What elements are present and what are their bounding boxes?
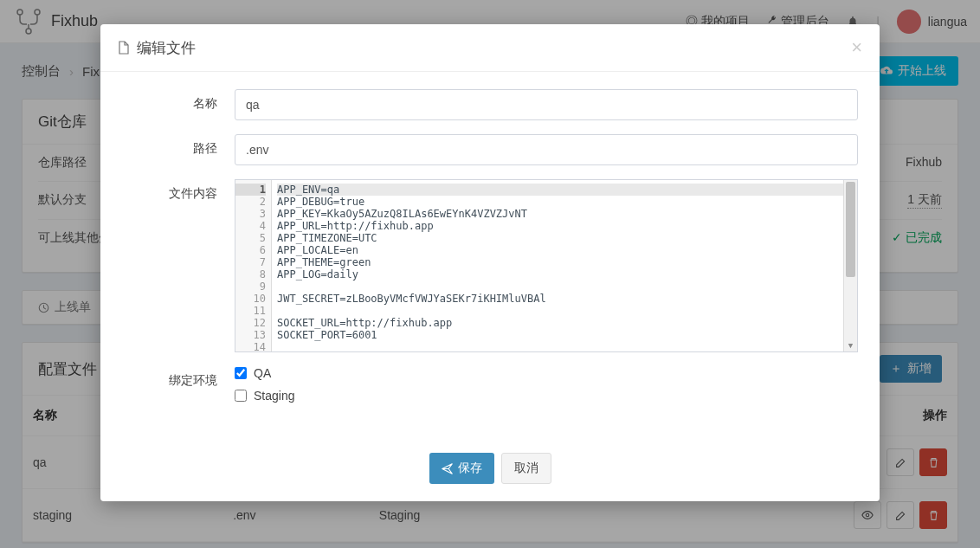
path-input[interactable]	[235, 134, 858, 165]
editor-code[interactable]: APP_ENV=qaAPP_DEBUG=trueAPP_KEY=KkaOy5AZ…	[272, 180, 857, 351]
env-label: Staging	[254, 389, 294, 403]
env-checkbox[interactable]	[235, 367, 247, 379]
modal-backdrop[interactable]: 编辑文件 × 名称 路径 文件内容 1234567891011121314 AP…	[0, 0, 980, 548]
env-checkbox[interactable]	[235, 390, 247, 402]
env-checkbox-row[interactable]: Staging	[235, 389, 858, 403]
scroll-down-icon[interactable]: ▼	[844, 339, 857, 351]
editor-scrollbar[interactable]: ▲ ▼	[843, 180, 857, 351]
send-icon	[442, 463, 453, 474]
scroll-thumb[interactable]	[846, 182, 855, 277]
name-input[interactable]	[235, 89, 858, 120]
editor-gutter: 1234567891011121314	[235, 180, 272, 351]
label-bind-env: 绑定环境	[122, 366, 235, 411]
cancel-button[interactable]: 取消	[501, 453, 551, 484]
label-content: 文件内容	[122, 179, 235, 352]
env-checkbox-row[interactable]: QA	[235, 366, 858, 380]
close-button[interactable]: ×	[851, 36, 862, 59]
modal-title: 编辑文件	[137, 38, 196, 58]
env-label: QA	[254, 366, 271, 380]
file-icon	[118, 41, 130, 55]
code-editor[interactable]: 1234567891011121314 APP_ENV=qaAPP_DEBUG=…	[235, 179, 858, 352]
edit-file-modal: 编辑文件 × 名称 路径 文件内容 1234567891011121314 AP…	[100, 24, 880, 501]
save-button[interactable]: 保存	[429, 453, 494, 484]
label-name: 名称	[122, 89, 235, 120]
label-path: 路径	[122, 134, 235, 165]
